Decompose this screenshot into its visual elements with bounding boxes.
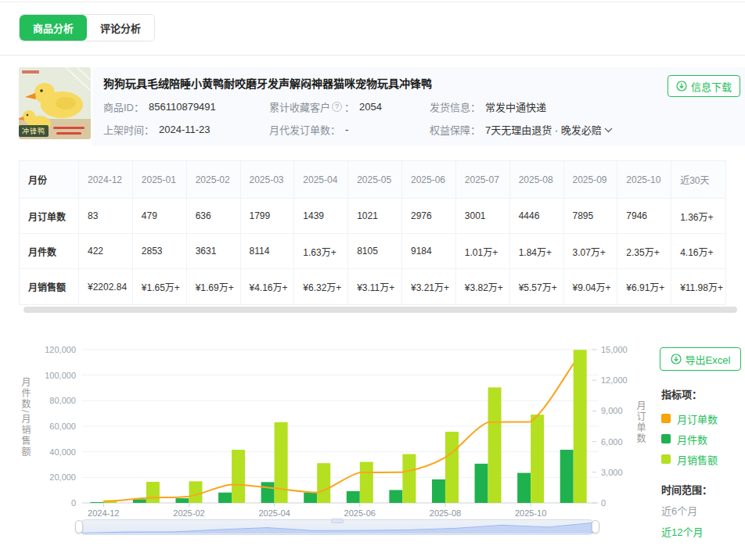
monthly-data-table: 月份2024-122025-012025-022025-032025-04202… [19, 160, 726, 305]
image-badge: 冲锋鸭 [19, 125, 49, 137]
chart-legend: 月订单数 月件数 月销售额 [661, 408, 718, 469]
bar-月件数-2025-06 [347, 491, 360, 503]
bar-月件数-2025-01 [133, 499, 146, 503]
table-month-header: 2025-02 [187, 161, 241, 199]
info-download-button[interactable]: 信息下载 [668, 75, 740, 97]
tab-product-analysis[interactable]: 商品分析 [20, 15, 87, 41]
items-swatch [661, 434, 671, 443]
table-cell: ¥3.82万+ [456, 269, 510, 304]
table-month-header: 2025-07 [456, 161, 510, 199]
svg-text:2025-02: 2025-02 [173, 508, 204, 518]
table-month-header: 近30天 [671, 161, 725, 199]
table-cell: 1799 [241, 199, 295, 234]
table-cell: 1021 [348, 199, 402, 234]
table-month-header: 2025-06 [402, 161, 456, 199]
table-row-label: 月销售额 [20, 269, 79, 304]
svg-text:100,000: 100,000 [45, 371, 76, 380]
svg-text:2024-12: 2024-12 [88, 508, 119, 518]
svg-text:12,000: 12,000 [601, 375, 628, 385]
field-product-id: 商品ID： 856110879491 [103, 99, 269, 114]
table-corner-header: 月份 [20, 161, 79, 199]
table-cell: ¥3.11万+ [348, 269, 402, 304]
table-cell: ¥5.57万+ [510, 269, 564, 304]
export-excel-button[interactable]: 导出Excel [660, 347, 741, 371]
table-cell: 1439 [294, 199, 348, 234]
product-analysis-page: 商品分析 评论分析 [0, 0, 745, 560]
svg-text:0: 0 [71, 498, 76, 508]
svg-text:3,000: 3,000 [601, 468, 623, 477]
time-range-title: 时间范围： [661, 482, 712, 497]
field-shipping: 发货信息： 常发中通快递 [430, 99, 734, 114]
table-month-header: 2025-04 [294, 161, 348, 199]
bar-月件数-2025-03 [218, 493, 232, 503]
product-title: 狗狗玩具毛绒陪睡小黄鸭耐咬磨牙发声解闷神器猫咪宠物玩具冲锋鸭 [103, 75, 734, 91]
sales-swatch [661, 454, 671, 464]
bar-月销售额-2025-03 [232, 450, 245, 503]
table-month-header: 2025-05 [348, 161, 402, 199]
svg-text:80,000: 80,000 [49, 396, 76, 405]
table-month-header: 2025-10 [617, 161, 671, 199]
bar-月件数-2025-08 [432, 479, 445, 503]
legend-item-orders[interactable]: 月订单数 [661, 408, 718, 429]
svg-text:15,000: 15,000 [601, 345, 628, 354]
bar-月销售额-2025-10 [531, 415, 544, 503]
table-cell: ¥6.32万+ [294, 269, 348, 304]
table-cell: 636 [187, 199, 241, 234]
table-cell: 479 [133, 199, 187, 234]
svg-text:9,000: 9,000 [601, 406, 623, 415]
table-row-label: 月订单数 [20, 199, 79, 234]
bar-月销售额-近30天 [574, 350, 587, 503]
table-cell: 3631 [187, 234, 241, 269]
table-month-header: 2025-08 [510, 161, 564, 199]
slider-handle-left[interactable] [75, 520, 83, 533]
svg-text:20,000: 20,000 [49, 472, 76, 482]
svg-text:120,000: 120,000 [45, 345, 76, 354]
table-cell: ¥6.91万+ [617, 269, 671, 304]
bar-月件数-近30天 [560, 450, 574, 503]
table-cell: 2853 [133, 234, 187, 269]
field-rights: 权益保障： 7天无理由退货 · 晚发必赔 [430, 122, 734, 137]
table-cell: 2976 [402, 199, 456, 234]
bar-月销售额-2025-08 [445, 432, 459, 503]
bar-月销售额-2025-01 [146, 482, 160, 503]
chevron-down-icon[interactable] [604, 124, 613, 135]
tab-review-analysis[interactable]: 评论分析 [87, 15, 154, 41]
table-scrollbar[interactable] [23, 307, 737, 313]
slider-handle-right[interactable] [592, 520, 599, 533]
bar-月销售额-2025-06 [360, 462, 373, 503]
svg-text:60,000: 60,000 [49, 422, 76, 431]
bar-月销售额-2025-09 [488, 387, 502, 503]
help-icon[interactable]: ? [332, 102, 342, 112]
table-cell: 8114 [241, 234, 295, 269]
table-cell: ¥4.16万+ [241, 269, 295, 304]
table-cell: ¥11.98万+ [671, 269, 725, 304]
slider-grip[interactable] [331, 519, 344, 523]
svg-text:40,000: 40,000 [49, 447, 76, 457]
svg-text:6,000: 6,000 [601, 437, 623, 447]
monthly-data-table-section: 月份2024-122025-012025-022025-032025-04202… [19, 160, 745, 313]
tab-group: 商品分析 评论分析 [19, 14, 155, 41]
range-6-months[interactable]: 近6个月 [661, 503, 697, 518]
bar-月件数-2025-02 [175, 498, 189, 503]
bar-月件数-2025-05 [304, 493, 317, 503]
svg-text:0: 0 [601, 498, 606, 508]
time-range-slider[interactable] [78, 519, 596, 535]
legend-item-sales[interactable]: 月销售额 [661, 449, 718, 469]
table-cell: 7895 [564, 199, 618, 234]
table-cell: 4.16万+ [671, 234, 725, 269]
legend-item-items[interactable]: 月件数 [661, 429, 718, 449]
table-row-label: 月件数 [20, 234, 79, 269]
left-axis-title: 月件数/月销售额 [19, 377, 32, 458]
table-cell: 1.63万+ [294, 234, 348, 269]
table-month-header: 2024-12 [79, 161, 133, 199]
chart-controls: 导出Excel 指标项： 月订单数 月件数 月销售额 时间范围： 近6个月 近1… [660, 336, 744, 560]
bar-月件数-2025-10 [517, 473, 531, 503]
product-details: 狗狗玩具毛绒陪睡小黄鸭耐咬磨牙发声解闷神器猫咪宠物玩具冲锋鸭 信息下载 商品ID… [92, 67, 745, 146]
table-cell: 422 [79, 234, 133, 269]
bar-月销售额-2025-07 [402, 454, 416, 503]
legend-title: 指标项： [661, 386, 702, 401]
bar-月销售额-2025-04 [275, 422, 288, 503]
table-cell: ¥1.69万+ [187, 269, 241, 304]
range-12-months[interactable]: 近12个月 [661, 524, 703, 539]
trend-chart-section: 020,00040,00060,00080,000100,000120,0000… [0, 336, 745, 560]
